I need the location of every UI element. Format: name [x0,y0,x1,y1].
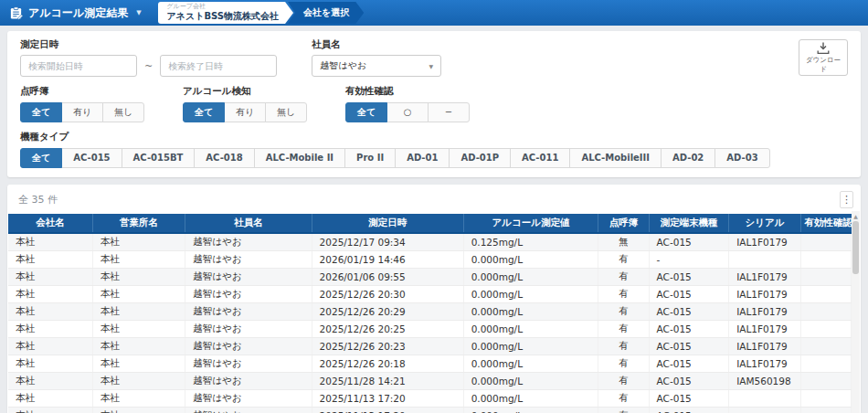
table-row[interactable]: 本社本社越智はやお2025/11/13 17:200.000mg/L有AC-01… [8,408,852,413]
date-range-separator: ~ [144,60,153,72]
table-row[interactable]: 本社本社越智はやお2026/01/19 14:460.000mg/L有- [8,251,852,269]
validity-option-2[interactable]: − [428,102,470,122]
table-row[interactable]: 本社本社越智はやお2025/12/26 20:250.000mg/L有AC-01… [8,321,852,338]
model-type-option-10[interactable]: AD-02 [661,148,715,168]
table-row[interactable]: 本社本社越智はやお2025/12/26 20:180.000mg/L有AC-01… [8,355,852,373]
select-company-button[interactable]: 会社を選択 [288,2,364,24]
table-cell: 2025/12/26 20:23 [312,338,463,355]
model-type-option-2[interactable]: AC-015BT [122,148,196,168]
table-cell: IAL1F0179 [729,321,800,338]
alcohol-detection-option-2[interactable]: 無し [265,102,307,122]
rollcall-segmented-control: 全て有り無し [20,102,144,122]
table-cell: 2025/12/26 20:18 [312,355,463,373]
employee-select[interactable]: 越智はやお ▼ [312,55,441,77]
table-cell: 0.000mg/L [463,286,598,303]
table-cell: 0.000mg/L [463,373,598,390]
column-header-6: 測定端末機種 [649,214,729,233]
model-type-option-0[interactable]: 全て [20,148,62,168]
table-cell: AC-015 [649,373,729,390]
table-cell: 0.000mg/L [463,355,598,373]
model-type-option-7[interactable]: AD-01P [449,148,511,168]
table-cell: AC-015 [649,303,729,321]
table-cell: AC-015 [649,338,729,355]
employee-select-value: 越智はやお [320,59,366,72]
measurement-datetime-label: 測定日時 [20,38,277,51]
model-type-option-8[interactable]: AC-011 [510,148,570,168]
app-title-menu[interactable]: アルコール測定結果 ▼ [9,5,142,21]
model-type-option-3[interactable]: AC-018 [194,148,254,168]
rollcall-option-2[interactable]: 無し [102,102,144,122]
table-row[interactable]: 本社本社越智はやお2025/11/28 14:210.000mg/L有AC-01… [8,373,852,390]
model-type-option-4[interactable]: ALC-Mobile II [254,148,345,168]
table-row[interactable]: 本社本社越智はやお2025/12/26 20:300.000mg/L有AC-01… [8,286,852,303]
table-cell: 本社 [92,355,185,373]
table-cell: IAL1F0179 [729,338,800,355]
table-cell: 0.000mg/L [463,321,598,338]
table-cell: 有 [598,251,649,269]
vertical-scrollbar[interactable]: ▲ [852,211,860,413]
model-type-option-9[interactable]: ALC-MobileIII [569,148,662,168]
table-cell: 越智はやお [185,390,312,408]
table-cell [800,303,851,321]
table-cell [800,408,851,413]
rollcall-option-1[interactable]: 有り [61,102,103,122]
model-type-option-5[interactable]: Pro II [344,148,396,168]
alcohol-detection-label: アルコール検知 [183,85,307,98]
table-row[interactable]: 本社本社越智はやお2025/12/26 20:290.000mg/L有AC-01… [8,303,852,321]
alcohol-detection-option-0[interactable]: 全て [183,102,225,122]
model-type-option-11[interactable]: AD-03 [715,148,769,168]
table-cell: 越智はやお [185,286,312,303]
table-cell: 本社 [8,269,92,286]
table-row[interactable]: 本社本社越智はやお2025/12/26 20:230.000mg/L有AC-01… [8,338,852,355]
employee-name-field: 社員名 越智はやお ▼ [312,38,441,77]
table-cell: AC-015 [649,286,729,303]
model-type-option-6[interactable]: AD-01 [395,148,450,168]
table-row[interactable]: 本社本社越智はやお2025/12/17 09:340.125mg/L無AC-01… [8,233,852,251]
alcohol-detection-option-1[interactable]: 有り [224,102,266,122]
table-cell: 越智はやお [185,303,312,321]
table-cell: 本社 [92,286,185,303]
results-table: 会社名営業所名社員名測定日時アルコール測定値点呼簿測定端末機種シリアル有効性確認… [8,214,852,413]
table-row[interactable]: 本社本社越智はやお2025/11/13 17:200.000mg/L有AC-01… [8,390,852,408]
download-button[interactable]: ダウンロード [799,39,848,76]
table-row[interactable]: 本社本社越智はやお2026/01/06 09:550.000mg/L有AC-01… [8,269,852,286]
table-cell: 2025/11/13 17:20 [312,408,463,413]
table-cell: 2025/12/26 20:25 [312,321,463,338]
table-cell: 本社 [92,303,185,321]
validity-option-0[interactable]: 全て [345,102,387,122]
table-cell: 2025/12/17 09:34 [312,233,463,251]
table-cell: 本社 [92,233,185,251]
column-header-2: 社員名 [185,214,312,233]
validity-segmented-control: 全て○− [345,102,470,122]
validity-option-1[interactable]: ○ [386,102,429,122]
table-cell: 越智はやお [185,338,312,355]
measurement-datetime-field: 測定日時 ~ [20,38,277,77]
table-cell: 本社 [8,355,92,373]
table-cell: 本社 [8,251,92,269]
model-type-label: 機種タイプ [20,131,848,143]
table-cell [800,390,851,408]
alcohol-segmented-control: 全て有り無し [183,102,307,122]
search-end-datetime-input[interactable] [160,55,277,77]
table-cell: 有 [598,390,649,408]
group-company-label: グループ会社 [167,3,280,10]
table-cell: 本社 [92,408,185,413]
table-cell: IAM560198 [729,373,800,390]
table-cell: AC-015 [649,408,729,413]
table-cell [800,286,851,303]
table-cell [729,390,800,408]
table-cell: 0.000mg/L [463,303,598,321]
scroll-up-icon[interactable]: ▲ [852,211,860,221]
table-cell: IAL1F0179 [729,233,800,251]
table-cell [800,338,851,355]
table-cell: 本社 [8,373,92,390]
model-type-option-1[interactable]: AC-015 [61,148,122,168]
table-cell [800,233,851,251]
rollcall-option-0[interactable]: 全て [20,102,62,122]
kebab-menu-button[interactable]: ⋮ [840,191,853,208]
scrollbar-thumb[interactable] [852,221,859,274]
table-cell: 本社 [92,321,185,338]
table-cell: 越智はやお [185,355,312,373]
search-start-datetime-input[interactable] [20,55,137,77]
validity-filter: 有効性確認 全て○− [345,85,470,122]
